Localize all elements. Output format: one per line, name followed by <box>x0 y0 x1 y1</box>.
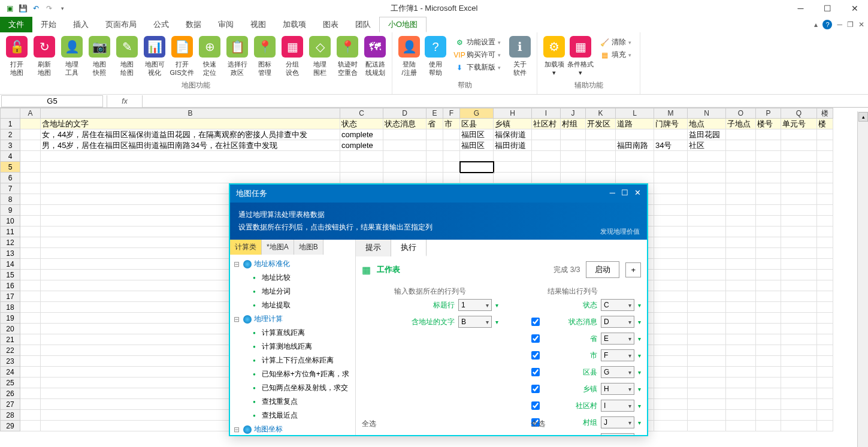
row-header[interactable]: 25 <box>0 377 20 388</box>
cell[interactable] <box>20 356 41 367</box>
task-tree[interactable]: 地址标准化地址比较地址分词地址提取 地理计算计算直线距离计算测地线距离计算上下行… <box>230 255 355 435</box>
cell[interactable] <box>781 302 817 313</box>
cell[interactable] <box>20 216 41 226</box>
name-box[interactable]: G5 <box>1 95 103 107</box>
cell[interactable] <box>817 313 833 324</box>
cell[interactable] <box>817 280 833 291</box>
cell[interactable] <box>494 173 532 183</box>
ribbon-button[interactable]: ▦分组设色 <box>279 35 306 77</box>
cell[interactable] <box>654 367 688 377</box>
cell[interactable] <box>688 334 726 345</box>
col-header[interactable]: 楼 <box>817 108 833 119</box>
tab[interactable]: 数据 <box>177 17 210 32</box>
cell[interactable] <box>460 173 494 183</box>
tab[interactable]: 插入 <box>65 17 97 32</box>
cell[interactable] <box>726 129 756 140</box>
row-header[interactable]: 20 <box>0 324 20 334</box>
cell[interactable] <box>781 324 817 334</box>
cell[interactable] <box>688 421 726 431</box>
cell[interactable]: 女，44岁，居住在福田区福保街道益田花园，在隔离观察的密接人员排查中发 <box>41 129 340 140</box>
scroll-up-icon[interactable]: ▴ <box>858 112 868 122</box>
row-header[interactable]: 29 <box>0 421 20 431</box>
cell[interactable] <box>817 388 833 399</box>
cell[interactable] <box>781 173 817 183</box>
field-select[interactable]: J <box>601 416 634 428</box>
cell[interactable] <box>756 334 781 345</box>
col-header[interactable]: J <box>561 108 586 119</box>
cell[interactable] <box>20 270 41 280</box>
field-select[interactable]: I <box>601 400 634 412</box>
row-header[interactable]: 15 <box>0 270 20 280</box>
cell[interactable] <box>817 324 833 334</box>
window-close-icon[interactable]: ✕ <box>858 20 864 29</box>
tree-item[interactable]: 地址标准化 <box>231 257 354 271</box>
cell[interactable] <box>756 367 781 377</box>
field-checkbox[interactable] <box>531 334 540 343</box>
cell[interactable] <box>340 151 383 162</box>
cell[interactable] <box>41 173 340 183</box>
col-header[interactable]: A <box>20 108 41 119</box>
cell[interactable] <box>781 421 817 431</box>
cell[interactable] <box>654 270 688 280</box>
cell[interactable] <box>817 226 833 237</box>
ribbon-button[interactable]: ⊕快速定位 <box>196 35 223 77</box>
ribbon-button[interactable]: 📷地图快照 <box>86 35 113 77</box>
cell[interactable] <box>781 248 817 259</box>
cell[interactable] <box>688 302 726 313</box>
cell[interactable] <box>817 259 833 270</box>
cell[interactable] <box>654 280 688 291</box>
ribbon-button[interactable]: ▦条件格式▾ <box>567 35 594 77</box>
cell[interactable] <box>817 183 833 194</box>
vertical-scrollbar[interactable]: ▴ <box>857 111 868 447</box>
row-header[interactable]: 1 <box>0 119 20 129</box>
tree-item[interactable]: 计算上下行点坐标距离 <box>231 354 354 367</box>
cell[interactable] <box>20 237 41 248</box>
cell[interactable]: 楼号 <box>756 119 781 129</box>
cell[interactable] <box>726 151 756 162</box>
cell[interactable] <box>654 194 688 205</box>
cell[interactable] <box>781 129 817 140</box>
row-header[interactable]: 2 <box>0 129 20 140</box>
cell[interactable] <box>781 367 817 377</box>
row-header[interactable]: 12 <box>0 237 20 248</box>
cell[interactable]: 含地址的文字 <box>41 119 340 129</box>
cell[interactable] <box>726 183 756 194</box>
cell[interactable] <box>688 183 726 194</box>
cell[interactable] <box>688 151 726 162</box>
cell[interactable] <box>20 151 41 162</box>
arrow-icon[interactable]: ▾ <box>638 386 641 392</box>
cell[interactable] <box>781 183 817 194</box>
redo-icon[interactable]: ↷ <box>43 2 55 14</box>
cell[interactable] <box>817 151 833 162</box>
cell[interactable] <box>443 140 460 151</box>
tab[interactable]: 页面布局 <box>97 17 145 32</box>
cell[interactable] <box>654 324 688 334</box>
cell[interactable] <box>340 173 383 183</box>
col-header[interactable]: O <box>726 108 756 119</box>
cell[interactable] <box>20 291 41 302</box>
cell[interactable]: 楼 <box>817 119 833 129</box>
cell[interactable] <box>756 129 781 140</box>
cell[interactable] <box>781 259 817 270</box>
cell[interactable] <box>654 183 688 194</box>
cell[interactable] <box>20 226 41 237</box>
cell[interactable] <box>616 129 654 140</box>
cell[interactable] <box>756 140 781 151</box>
dialog-right-tab[interactable]: 提示 <box>356 240 391 256</box>
cell[interactable] <box>726 334 756 345</box>
cell[interactable] <box>756 388 781 399</box>
cell[interactable]: 村组 <box>561 119 586 129</box>
row-header[interactable]: 27 <box>0 399 20 410</box>
cell[interactable] <box>726 421 756 431</box>
cell[interactable] <box>561 173 586 183</box>
cell[interactable] <box>654 388 688 399</box>
row-header[interactable]: 14 <box>0 259 20 270</box>
cell[interactable] <box>561 151 586 162</box>
cell[interactable] <box>781 356 817 367</box>
cell[interactable] <box>20 388 41 399</box>
cell[interactable] <box>654 302 688 313</box>
cell[interactable] <box>532 173 561 183</box>
tree-item[interactable]: 查找最近点 <box>231 409 354 422</box>
ribbon-button[interactable]: ⚙加载项▾ <box>541 35 567 77</box>
cell[interactable] <box>532 140 561 151</box>
